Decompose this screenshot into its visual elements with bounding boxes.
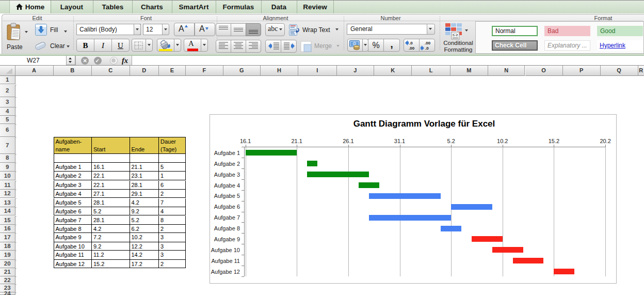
svg-text:≤: ≤	[453, 33, 455, 37]
svg-text:.0: .0	[425, 46, 429, 51]
svg-text:.00: .00	[409, 46, 415, 51]
svg-text:.0: .0	[409, 41, 413, 45]
svg-text:.00: .00	[425, 41, 431, 45]
svg-text:≥: ≥	[456, 33, 458, 37]
